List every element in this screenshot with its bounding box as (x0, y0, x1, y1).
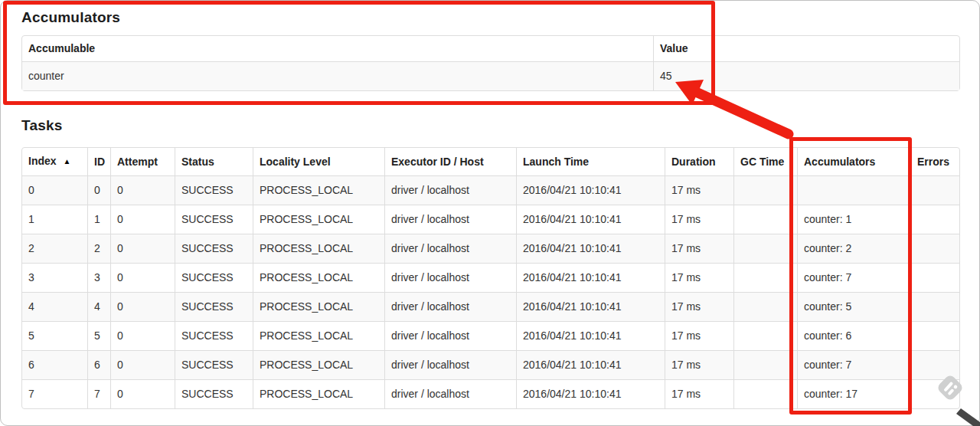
table-row: 330SUCCESSPROCESS_LOCALdriver / localhos… (22, 263, 959, 292)
cell-status: SUCCESS (175, 292, 253, 321)
cell-gc-time (733, 379, 797, 408)
table-row: 770SUCCESSPROCESS_LOCALdriver / localhos… (22, 379, 959, 408)
col-header-index[interactable]: Index▲ (22, 148, 87, 175)
cell-locality-level: PROCESS_LOCAL (253, 350, 384, 379)
col-header-accumulators[interactable]: Accumulators (797, 148, 910, 175)
col-header-status[interactable]: Status (175, 148, 253, 175)
cell-index: 1 (22, 205, 87, 234)
cell-accumulators: counter: 7 (797, 350, 910, 379)
cell-accumulable: counter (22, 61, 653, 90)
cell-index: 6 (22, 350, 87, 379)
cell-executor-id-host: driver / localhost (384, 175, 516, 205)
cell-errors (910, 234, 959, 263)
cell-attempt: 0 (110, 321, 175, 350)
cell-id: 7 (87, 379, 110, 408)
cell-attempt: 0 (110, 234, 175, 263)
cell-attempt: 0 (110, 292, 175, 321)
table-row: 660SUCCESSPROCESS_LOCALdriver / localhos… (22, 350, 959, 379)
cell-gc-time (733, 175, 797, 205)
cell-status: SUCCESS (175, 234, 253, 263)
cell-duration: 17 ms (665, 292, 733, 321)
cell-gc-time (733, 350, 797, 379)
col-header-launch-time[interactable]: Launch Time (516, 148, 665, 175)
cell-id: 5 (87, 321, 110, 350)
table-row: 000SUCCESSPROCESS_LOCALdriver / localhos… (22, 175, 959, 205)
cell-launch-time: 2016/04/21 10:10:41 (516, 321, 665, 350)
cell-id: 2 (87, 234, 110, 263)
cell-locality-level: PROCESS_LOCAL (253, 321, 384, 350)
cell-status: SUCCESS (175, 321, 253, 350)
col-header-executor-id-host[interactable]: Executor ID / Host (384, 148, 516, 175)
col-header-id[interactable]: ID (87, 148, 110, 175)
col-header-locality-level[interactable]: Locality Level (253, 148, 384, 175)
cell-attempt: 0 (110, 175, 175, 205)
cell-id: 6 (87, 350, 110, 379)
cell-status: SUCCESS (175, 350, 253, 379)
cell-launch-time: 2016/04/21 10:10:41 (516, 205, 665, 234)
col-header-value: Value (653, 36, 959, 61)
cell-gc-time (733, 292, 797, 321)
cell-attempt: 0 (110, 263, 175, 292)
cell-executor-id-host: driver / localhost (384, 292, 516, 321)
col-header-errors[interactable]: Errors (910, 148, 959, 175)
col-header-attempt[interactable]: Attempt (110, 148, 175, 175)
cell-attempt: 0 (110, 350, 175, 379)
table-row: counter 45 (22, 61, 959, 90)
col-header-gc-time[interactable]: GC Time (733, 148, 797, 175)
col-header-duration[interactable]: Duration (665, 148, 733, 175)
accumulators-header-row: Accumulable Value (22, 36, 959, 61)
cell-status: SUCCESS (175, 379, 253, 408)
cell-gc-time (733, 263, 797, 292)
col-header-accumulable: Accumulable (22, 36, 653, 61)
cell-gc-time (733, 321, 797, 350)
cell-duration: 17 ms (665, 321, 733, 350)
cell-launch-time: 2016/04/21 10:10:41 (516, 379, 665, 408)
cell-index: 3 (22, 263, 87, 292)
cell-index: 5 (22, 321, 87, 350)
cell-attempt: 0 (110, 205, 175, 234)
cell-index: 2 (22, 234, 87, 263)
tasks-header-row: Index▲ ID Attempt Status Locality Level … (22, 148, 959, 175)
cell-index: 0 (22, 175, 87, 205)
cell-duration: 17 ms (665, 234, 733, 263)
cell-executor-id-host: driver / localhost (384, 263, 516, 292)
cell-errors (910, 292, 959, 321)
cell-id: 3 (87, 263, 110, 292)
cell-locality-level: PROCESS_LOCAL (253, 175, 384, 205)
cell-value: 45 (653, 61, 959, 90)
cell-accumulators: counter: 1 (797, 205, 910, 234)
cell-locality-level: PROCESS_LOCAL (253, 263, 384, 292)
cell-locality-level: PROCESS_LOCAL (253, 234, 384, 263)
cell-launch-time: 2016/04/21 10:10:41 (516, 292, 665, 321)
cell-errors (910, 263, 959, 292)
table-row: 550SUCCESSPROCESS_LOCALdriver / localhos… (22, 321, 959, 350)
col-header-index-label: Index (28, 155, 57, 167)
cell-status: SUCCESS (175, 175, 253, 205)
cell-id: 1 (87, 205, 110, 234)
cell-executor-id-host: driver / localhost (384, 205, 516, 234)
cell-gc-time (733, 205, 797, 234)
cell-duration: 17 ms (665, 175, 733, 205)
cell-executor-id-host: driver / localhost (384, 379, 516, 408)
accumulators-section-title: Accumulators (21, 9, 120, 26)
cell-duration: 17 ms (665, 350, 733, 379)
cell-accumulators: counter: 7 (797, 263, 910, 292)
cell-launch-time: 2016/04/21 10:10:41 (516, 234, 665, 263)
table-row: 110SUCCESSPROCESS_LOCALdriver / localhos… (22, 205, 959, 234)
cell-accumulators: counter: 2 (797, 234, 910, 263)
cell-status: SUCCESS (175, 205, 253, 234)
cell-errors (910, 350, 959, 379)
cell-errors (910, 379, 959, 408)
cell-attempt: 0 (110, 379, 175, 408)
table-row: 440SUCCESSPROCESS_LOCALdriver / localhos… (22, 292, 959, 321)
sort-ascending-icon: ▲ (64, 157, 71, 165)
cell-launch-time: 2016/04/21 10:10:41 (516, 350, 665, 379)
cell-accumulators: counter: 5 (797, 292, 910, 321)
cell-id: 4 (87, 292, 110, 321)
cell-gc-time (733, 234, 797, 263)
cell-locality-level: PROCESS_LOCAL (253, 379, 384, 408)
table-row: 220SUCCESSPROCESS_LOCALdriver / localhos… (22, 234, 959, 263)
cell-launch-time: 2016/04/21 10:10:41 (516, 263, 665, 292)
cell-duration: 17 ms (665, 263, 733, 292)
cell-id: 0 (87, 175, 110, 205)
